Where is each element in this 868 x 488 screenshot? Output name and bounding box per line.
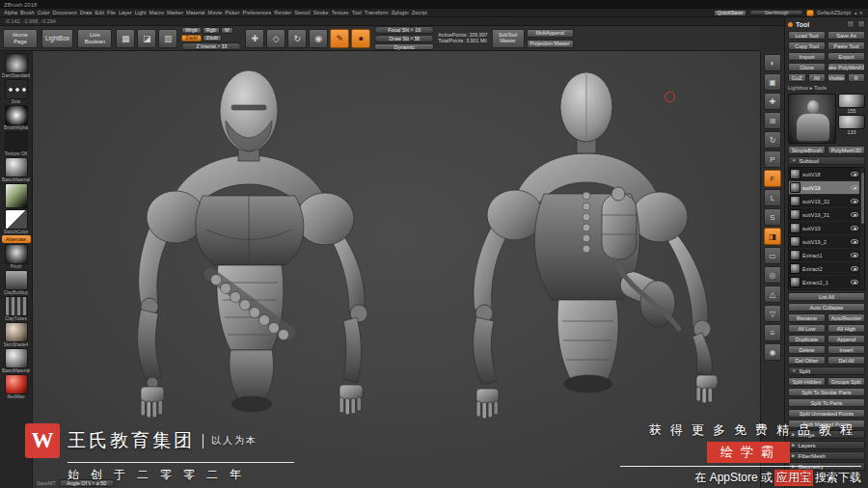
z-intensity-slider[interactable]: Z Intensity 33 — [181, 42, 241, 50]
left-tray-item[interactable]: Dots — [0, 79, 32, 104]
mrgb-button[interactable]: Mrgb — [181, 27, 202, 34]
menu-item[interactable]: Edit — [95, 10, 104, 15]
tool-button[interactable]: Import — [788, 52, 826, 61]
subtool-item[interactable]: suitV19 — [789, 181, 859, 195]
menu-item[interactable]: Marker — [167, 10, 183, 15]
subtool-item[interactable]: Extract1 — [789, 249, 859, 262]
tool-button[interactable]: Make PolyMesh3D — [827, 63, 865, 71]
zadd-button[interactable]: Zadd — [181, 35, 202, 41]
left-tray-item[interactable]: ClayTubes — [0, 296, 32, 321]
draw-size-slider[interactable]: Draw Size 58 — [374, 35, 434, 42]
subtool-scrollbar[interactable] — [860, 168, 864, 289]
subtool-item[interactable]: suitV19_32 — [789, 195, 859, 208]
subtool-button[interactable]: Insert — [827, 345, 865, 354]
quick-pick-thumbnail[interactable] — [838, 115, 865, 129]
tool-button[interactable]: Load Tool — [788, 31, 826, 40]
tool-button[interactable]: Copy Tool — [788, 41, 826, 50]
menu-item[interactable]: Color — [37, 10, 49, 15]
visibility-eye-icon[interactable] — [851, 239, 858, 244]
gyro-button[interactable]: ◉ — [309, 29, 328, 48]
tray-thumbnail[interactable] — [5, 348, 28, 368]
rgb-button[interactable]: Rgb — [203, 27, 220, 34]
menu-item[interactable]: Material — [186, 10, 205, 15]
subtool-button[interactable]: Duplicate — [788, 335, 826, 343]
menu-item[interactable]: Zplugin — [392, 10, 409, 15]
tray-thumbnail[interactable] — [5, 244, 28, 264]
menu-item[interactable]: Layer — [119, 10, 132, 15]
subtool-button[interactable]: Del All — [827, 356, 865, 365]
zoom-document-icon[interactable]: ⊞ — [764, 112, 781, 129]
split-button[interactable]: Split To Parts — [788, 398, 865, 407]
left-tray-item[interactable]: ClayBuildup — [0, 270, 32, 295]
scroll-arrows-icon[interactable]: ▲▼ — [854, 11, 864, 15]
menu-item[interactable]: Draw — [80, 10, 93, 15]
polymesh3d-button[interactable]: PolyMesh3D — [827, 146, 865, 154]
menu-item[interactable]: Texture — [332, 10, 349, 15]
rotate-view-icon[interactable]: ↻ — [764, 131, 781, 149]
bpr-render-button[interactable]: ◐ — [764, 54, 781, 71]
tray-thumbnail[interactable] — [5, 157, 28, 177]
left-tray-item[interactable]: Pinch — [0, 244, 32, 269]
scroll-icon[interactable]: ◉ — [764, 343, 781, 361]
menu-item[interactable]: Movie — [208, 10, 223, 15]
edit-button[interactable]: ✎ — [330, 29, 349, 48]
active-tool-thumbnail[interactable] — [788, 94, 836, 144]
left-tray-item[interactable]: RedWax — [0, 374, 32, 399]
subtool-item[interactable]: suitV19 — [789, 222, 859, 235]
menu-item[interactable]: Stencil — [294, 10, 311, 15]
tool-button[interactable]: Export — [827, 52, 865, 61]
subtool-button[interactable]: Rename — [788, 313, 826, 322]
visibility-eye-icon[interactable] — [851, 185, 858, 190]
visibility-eye-icon[interactable] — [851, 172, 858, 176]
xpose-button[interactable]: ≡ — [764, 324, 781, 341]
menu-item[interactable]: Document — [53, 10, 77, 15]
local-button[interactable]: L — [764, 189, 781, 206]
left-tray-item[interactable]: Texture Off — [0, 131, 32, 156]
goz-all-button[interactable]: All — [808, 73, 827, 82]
subtool-item[interactable]: suitV19_31 — [789, 208, 859, 222]
quicksketch-icon[interactable]: ◪ — [137, 29, 156, 48]
subtool-section-header[interactable]: ▼ Subtool — [788, 156, 865, 165]
subtool-button[interactable]: Delete — [788, 345, 826, 354]
goz-r-button[interactable]: R — [848, 73, 866, 82]
left-tray-item[interactable]: DamStandard — [0, 53, 32, 78]
accent-chip[interactable] — [806, 10, 814, 16]
menu-item[interactable]: Light — [135, 10, 147, 15]
tray-thumbnail[interactable] — [5, 131, 28, 151]
zsub-button[interactable]: Zsub — [203, 35, 222, 41]
left-tray-item[interactable]: SwitchColor — [0, 209, 32, 234]
subtool-button[interactable]: All High — [827, 324, 865, 333]
left-tray-item[interactable]: Alternate — [0, 235, 32, 243]
split-button[interactable]: Split Unmasked Points — [788, 409, 865, 418]
groups-split-button[interactable]: Groups Split — [827, 377, 865, 386]
menu-item[interactable]: Render — [274, 10, 291, 15]
visibility-eye-icon[interactable] — [851, 199, 858, 203]
subtool-button[interactable]: Auto Collapse — [788, 303, 865, 312]
tray-thumbnail[interactable] — [5, 53, 28, 73]
rotate-button[interactable]: ↻ — [287, 29, 307, 48]
simplebrush-button[interactable]: SimpleBrush — [788, 146, 826, 154]
visibility-eye-icon[interactable] — [851, 280, 858, 285]
left-tray-item[interactable]: BasicMaterial — [0, 348, 32, 373]
subtool-item[interactable]: suitV19_2 — [789, 235, 859, 249]
palette-menu-icon[interactable] — [847, 20, 854, 28]
render-pass-icon[interactable]: ▣ — [764, 73, 781, 91]
left-tray-item[interactable]: BrushAlpha — [0, 105, 32, 130]
texture-map-icon[interactable]: ▦ — [116, 29, 135, 48]
tool-button[interactable]: Clone — [788, 63, 826, 71]
frame-button[interactable]: ▭ — [764, 247, 781, 264]
goz-visible-button[interactable]: Visible — [827, 73, 846, 82]
left-tray-item[interactable]: SkinShade4 — [0, 322, 32, 347]
split-hidden-button[interactable]: Split Hidden — [788, 377, 826, 386]
multiappend-button[interactable]: MultiAppend — [527, 29, 574, 38]
tray-thumbnail[interactable] — [5, 183, 28, 208]
default-zscript-button[interactable]: DefaultZScript — [817, 10, 851, 15]
move-button[interactable]: ✚ — [245, 29, 264, 48]
focal-shift-slider[interactable]: Focal Shift -16 — [374, 26, 434, 34]
subtool-button[interactable]: Append — [827, 335, 865, 343]
menu-item[interactable]: Transform — [365, 10, 389, 15]
tool-button[interactable]: Paste Tool — [827, 41, 865, 50]
lightbox-button[interactable]: LightBox — [41, 29, 73, 48]
grid-icon[interactable]: ▥ — [158, 29, 177, 48]
menu-item[interactable]: Macro — [149, 10, 164, 15]
